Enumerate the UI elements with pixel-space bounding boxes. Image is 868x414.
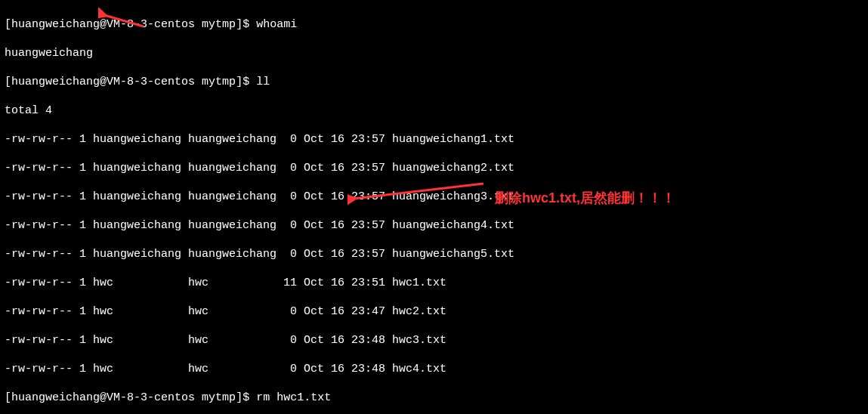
whoami-output: huangweichang [5,46,863,60]
ls-row: -rw-rw-r-- 1 huangweichang huangweichang… [5,132,863,147]
cmd-whoami: whoami [256,18,297,31]
prompt-line: [huangweichang@VM-8-3-centos mytmp]$ rm … [5,391,863,405]
ls-row: -rw-rw-r-- 1 huangweichang huangweichang… [5,190,863,204]
annotation-text: 删除hwc1.txt,居然能删！！！ [495,191,675,205]
ls-row: -rw-rw-r-- 1 hwc hwc 0 Oct 16 23:47 hwc2… [5,304,863,319]
ls-row: -rw-rw-r-- 1 huangweichang huangweichang… [5,218,863,233]
prompt-line: [huangweichang@VM-8-3-centos mytmp]$ who… [5,17,863,32]
ls-row: -rw-rw-r-- 1 hwc hwc 0 Oct 16 23:48 hwc4… [5,362,863,376]
shell-prompt: [huangweichang@VM-8-3-centos mytmp]$ [5,18,256,31]
cmd-ll: ll [256,76,270,88]
prompt-line: [huangweichang@VM-8-3-centos mytmp]$ ll [5,75,863,89]
ls-row: -rw-rw-r-- 1 hwc hwc 11 Oct 16 23:51 hwc… [5,276,863,290]
terminal-output[interactable]: [huangweichang@VM-8-3-centos mytmp]$ who… [0,0,868,414]
shell-prompt: [huangweichang@VM-8-3-centos mytmp]$ [5,76,256,88]
ls-row: -rw-rw-r-- 1 hwc hwc 0 Oct 16 23:48 hwc3… [5,333,863,348]
total-line: total 4 [5,104,863,118]
ls-row: -rw-rw-r-- 1 huangweichang huangweichang… [5,247,863,261]
shell-prompt: [huangweichang@VM-8-3-centos mytmp]$ [5,391,256,404]
ls-row: -rw-rw-r-- 1 huangweichang huangweichang… [5,161,863,175]
cmd-rm: rm hwc1.txt [256,391,331,404]
